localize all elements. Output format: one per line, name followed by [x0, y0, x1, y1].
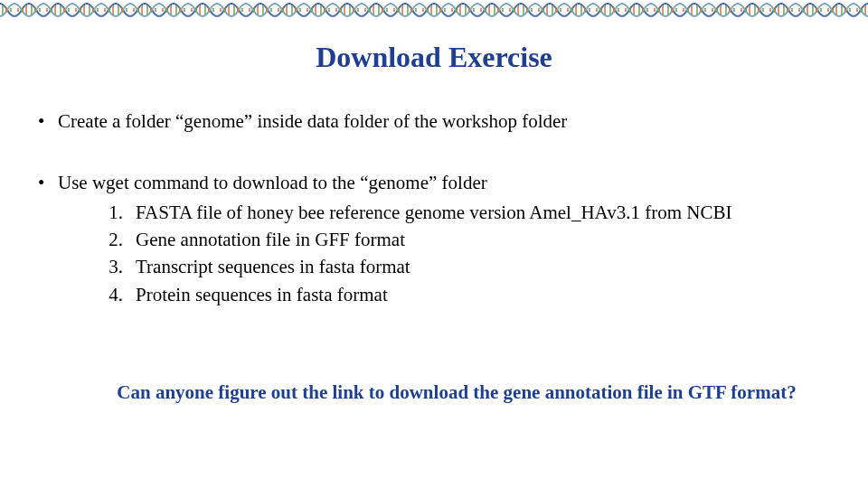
- dna-helix-icon: [405, 0, 434, 20]
- dna-helix-icon: [521, 0, 550, 20]
- slide-content: • Create a folder “genome” inside data f…: [38, 108, 832, 309]
- dna-helix-icon: [376, 0, 405, 20]
- dna-helix-icon: [58, 0, 87, 20]
- dna-helix-icon: [810, 0, 839, 20]
- item-text: Protein sequences in fasta format: [136, 282, 832, 307]
- bullet-dot: •: [38, 108, 58, 134]
- dna-helix-icon: [492, 0, 521, 20]
- dna-helix-icon: [434, 0, 463, 20]
- dna-helix-icon: [116, 0, 145, 20]
- dna-helix-icon: [781, 0, 810, 20]
- dna-helix-icon: [463, 0, 492, 20]
- item-text: Transcript sequences in fasta format: [136, 254, 832, 279]
- item-number: 4.: [99, 282, 136, 307]
- list-item: 2. Gene annotation file in GFF format: [99, 227, 832, 252]
- item-text: Gene annotation file in GFF format: [136, 227, 832, 252]
- dna-helix-icon: [29, 0, 58, 20]
- dna-helix-icon: [203, 0, 231, 20]
- dna-helix-icon: [145, 0, 174, 20]
- dna-helix-icon: [174, 0, 203, 20]
- dna-helix-icon: [839, 0, 868, 20]
- item-number: 1.: [99, 200, 136, 225]
- dna-helix-icon: [665, 0, 694, 20]
- slide: Download Exercise • Create a folder “gen…: [0, 0, 868, 488]
- dna-helix-icon: [723, 0, 752, 20]
- dna-border: [0, 0, 868, 20]
- dna-helix-icon: [637, 0, 665, 20]
- dna-helix-icon: [0, 0, 29, 20]
- bullet-dot: •: [38, 170, 58, 309]
- bullet-text: Use wget command to download to the “gen…: [58, 170, 832, 309]
- dna-helix-icon: [231, 0, 260, 20]
- numbered-list: 1. FASTA file of honey bee reference gen…: [99, 200, 832, 307]
- dna-helix-icon: [752, 0, 781, 20]
- dna-helix-icon: [579, 0, 608, 20]
- item-text: FASTA file of honey bee reference genome…: [136, 200, 832, 225]
- dna-helix-icon: [550, 0, 579, 20]
- dna-helix-icon: [608, 0, 637, 20]
- challenge-question: Can anyone figure out the link to downlo…: [99, 380, 814, 405]
- list-item: 3. Transcript sequences in fasta format: [99, 254, 832, 279]
- dna-helix-icon: [347, 0, 376, 20]
- dna-helix-icon: [289, 0, 318, 20]
- bullet-lead: Use wget command to download to the “gen…: [58, 172, 487, 193]
- bullet-item: • Create a folder “genome” inside data f…: [38, 108, 832, 134]
- dna-helix-icon: [318, 0, 347, 20]
- slide-title: Download Exercise: [0, 41, 868, 74]
- bullet-text: Create a folder “genome” inside data fol…: [58, 108, 832, 134]
- list-item: 4. Protein sequences in fasta format: [99, 282, 832, 307]
- bullet-item: • Use wget command to download to the “g…: [38, 170, 832, 309]
- item-number: 3.: [99, 254, 136, 279]
- dna-helix-icon: [87, 0, 116, 20]
- item-number: 2.: [99, 227, 136, 252]
- dna-helix-icon: [260, 0, 289, 20]
- list-item: 1. FASTA file of honey bee reference gen…: [99, 200, 832, 225]
- dna-helix-icon: [694, 0, 723, 20]
